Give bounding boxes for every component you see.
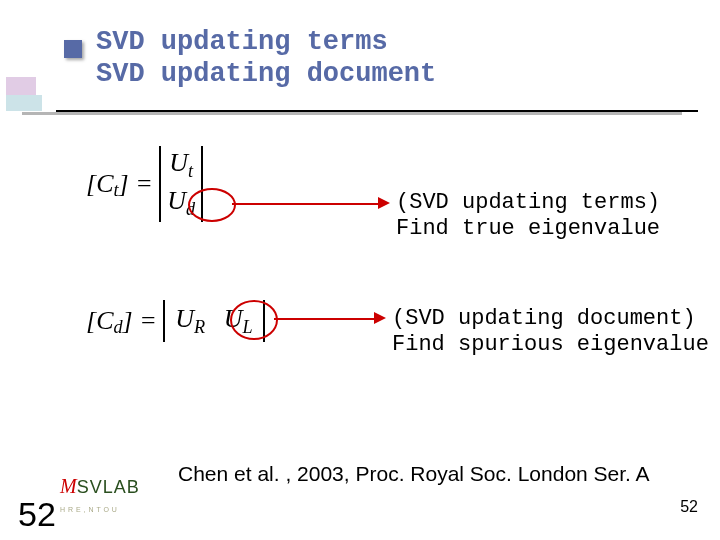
decor-2 [6,95,42,111]
ann2-line2: Find spurious eigenvalue [392,332,709,357]
arrow-line-1 [232,203,380,205]
decor-1 [6,77,36,95]
equation-1: [Ct] = Ut Ud [86,146,203,222]
circle-icon-1 [188,188,236,222]
arrow-head-icon-1 [378,197,390,209]
arrow-head-icon-2 [374,312,386,324]
arrow-line-2 [274,318,376,320]
title-line-2: SVD updating document [96,59,436,89]
circle-icon-2 [230,300,278,340]
annotation-1: (SVD updating terms) Find true eigenvalu… [396,190,660,242]
ann2-line1: (SVD updating document) [392,306,696,331]
lab-logo: MSVLAB H R E , N T O U [60,475,140,516]
title-line-1: SVD updating terms [96,27,388,57]
title-bullet-icon [64,40,82,58]
ann1-line2: Find true eigenvalue [396,216,660,241]
page-number-big: 52 [18,495,56,534]
ann1-line1: (SVD updating terms) [396,190,660,215]
page-number-small: 52 [680,498,698,516]
title-rule-grey [22,112,682,115]
slide-title: SVD updating terms SVD updating document [96,26,656,90]
annotation-2: (SVD updating document) Find spurious ei… [392,306,709,358]
citation: Chen et al. , 2003, Proc. Royal Soc. Lon… [178,462,650,486]
